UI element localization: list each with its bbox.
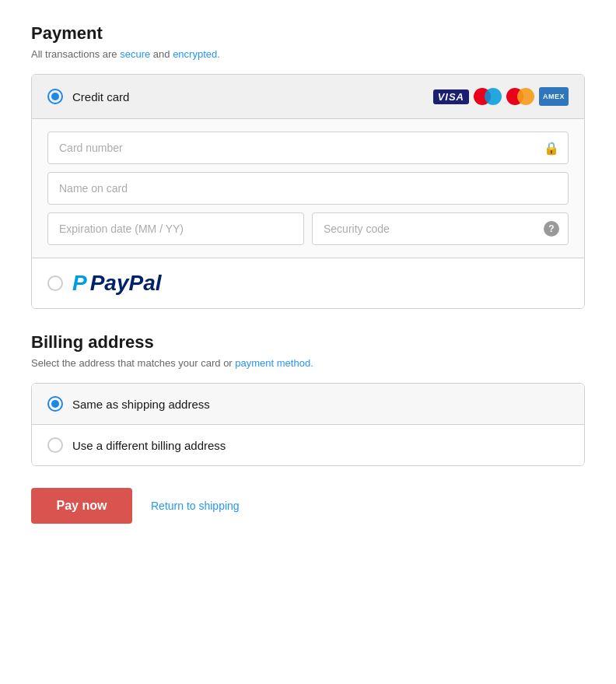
same-as-shipping-option[interactable]: Same as shipping address <box>32 384 584 425</box>
paypal-logo: P PayPal <box>72 271 162 296</box>
payment-subtitle: All transactions are secure and encrypte… <box>31 48 585 60</box>
different-billing-label: Use a different billing address <box>72 439 226 452</box>
same-as-shipping-label: Same as shipping address <box>72 398 210 411</box>
card-number-wrapper: 🔒 <box>47 132 569 164</box>
maestro-circle-right <box>485 88 502 105</box>
different-billing-option[interactable]: Use a different billing address <box>32 425 584 465</box>
secure-text: secure <box>120 48 150 60</box>
credit-card-option-left: Credit card <box>47 89 129 104</box>
actions-container: Pay now Return to shipping <box>31 488 585 524</box>
expiration-input[interactable] <box>47 212 304 245</box>
card-fields-container: 🔒 ? <box>32 119 584 258</box>
paypal-option[interactable]: P PayPal <box>32 258 584 308</box>
return-to-shipping-link[interactable]: Return to shipping <box>151 500 240 512</box>
credit-card-radio[interactable] <box>47 89 63 104</box>
mastercard-circle-right <box>517 88 534 105</box>
name-on-card-input[interactable] <box>47 172 569 205</box>
billing-subtitle: Select the address that matches your car… <box>31 357 585 369</box>
paypal-icon-p1: P <box>72 271 87 296</box>
different-billing-radio[interactable] <box>47 437 63 453</box>
billing-title: Billing address <box>31 332 585 353</box>
expiration-wrapper <box>47 212 304 245</box>
card-logos: VISA AMEX <box>433 87 569 106</box>
cvv-help-icon[interactable]: ? <box>544 221 559 237</box>
paypal-radio[interactable] <box>47 275 63 291</box>
security-code-wrapper: ? <box>312 212 569 245</box>
same-as-shipping-radio[interactable] <box>47 396 63 412</box>
pay-now-button[interactable]: Pay now <box>31 488 132 524</box>
amex-logo: AMEX <box>539 87 569 106</box>
paypal-icon-text: PayPal <box>90 271 162 296</box>
billing-options-container: Same as shipping address Use a different… <box>31 383 585 466</box>
name-on-card-wrapper <box>47 172 569 205</box>
expiry-security-row: ? <box>47 212 569 245</box>
encrypted-text: encrypted. <box>173 48 220 60</box>
question-icon[interactable]: ? <box>544 221 559 237</box>
visa-logo: VISA <box>433 89 469 104</box>
card-number-input[interactable] <box>47 132 569 164</box>
security-code-input[interactable] <box>312 212 569 245</box>
credit-card-label: Credit card <box>72 90 129 103</box>
payment-method-text: payment method. <box>235 357 313 369</box>
mastercard-logo <box>506 87 534 106</box>
credit-card-option[interactable]: Credit card VISA AMEX <box>32 75 584 119</box>
lock-icon: 🔒 <box>544 141 559 156</box>
payment-title: Payment <box>31 23 585 44</box>
payment-methods-container: Credit card VISA AMEX 🔒 <box>31 74 585 309</box>
billing-section: Billing address Select the address that … <box>31 332 585 466</box>
maestro-logo <box>474 87 502 106</box>
